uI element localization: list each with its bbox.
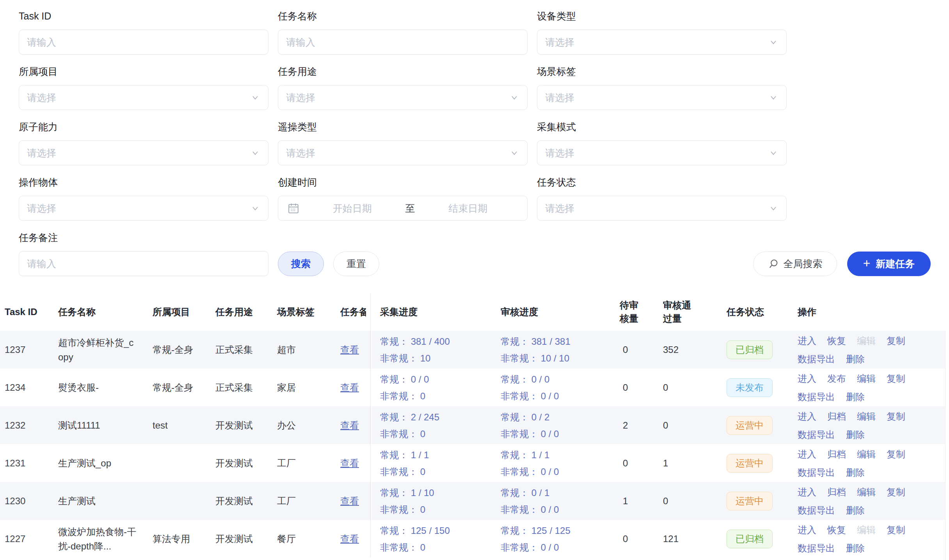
start-date-input[interactable]: 开始日期 xyxy=(302,202,402,215)
action-copy[interactable]: 复制 xyxy=(887,333,905,348)
task-id-input[interactable] xyxy=(19,30,268,55)
action-copy[interactable]: 复制 xyxy=(887,447,905,461)
create-task-button[interactable]: + 新建任务 xyxy=(847,252,931,276)
task-name-input[interactable] xyxy=(278,30,528,55)
action-edit[interactable]: 编辑 xyxy=(857,447,876,461)
filter-label-task-status: 任务状态 xyxy=(537,177,787,187)
project-select[interactable]: 请选择 xyxy=(19,85,268,110)
cell-collect-progress: 常规： 2 / 245非常规： 0 xyxy=(371,406,496,444)
cell-task-id: 1232 xyxy=(0,406,53,444)
search-button[interactable]: 搜索 xyxy=(278,252,324,276)
progress-regular-line: 常规： 2 / 245 xyxy=(380,410,439,424)
end-date-input[interactable]: 结束日期 xyxy=(418,202,518,215)
progress-regular-line: 常规： 381 / 400 xyxy=(380,334,450,349)
cell-collect-progress: 常规： 1 / 10非常规： 0 xyxy=(371,482,496,520)
cell-pending-count: 0 xyxy=(615,331,658,369)
action-restore[interactable]: 恢复 xyxy=(827,333,846,348)
cell-actions: 进入归档编辑复制数据导出删除 xyxy=(793,406,930,444)
create-time-range-picker[interactable]: 开始日期至结束日期 xyxy=(278,196,528,221)
table-header-row: Task ID任务名称所属项目任务用途场景标签任务备注采集进度审核进度待审核量审… xyxy=(0,293,949,331)
action-delete[interactable]: 删除 xyxy=(846,352,865,366)
cell-status: 运营中 xyxy=(722,482,793,520)
filter-field-task-id: Task ID xyxy=(19,11,268,55)
action-copy[interactable]: 复制 xyxy=(887,485,905,499)
cell-purpose: 开发测试 xyxy=(211,444,272,482)
action-enter[interactable]: 进入 xyxy=(798,485,816,499)
remark-view-link[interactable]: 查看 xyxy=(340,380,359,395)
filter-label-task-remark: 任务备注 xyxy=(19,232,268,243)
action-delete[interactable]: 删除 xyxy=(846,427,865,442)
action-export[interactable]: 数据导出 xyxy=(798,427,835,442)
action-edit[interactable]: 编辑 xyxy=(857,485,876,499)
operate-object-select[interactable]: 请选择 xyxy=(19,196,268,221)
remark-view-link[interactable]: 查看 xyxy=(340,342,359,357)
device-type-select[interactable]: 请选择 xyxy=(537,30,787,55)
action-restore[interactable]: 恢复 xyxy=(827,523,846,537)
vertical-scrollbar[interactable] xyxy=(945,331,949,560)
filter-grid: Task ID任务名称设备类型请选择所属项目请选择任务用途请选择场景标签请选择原… xyxy=(19,11,787,221)
progress-regular-line: 常规： 1 / 1 xyxy=(380,448,429,462)
action-delete[interactable]: 删除 xyxy=(846,541,865,555)
cell-review-progress: 常规： 0 / 1非常规： 0 / 0 xyxy=(496,482,615,520)
filter-field-scene-tag: 场景标签请选择 xyxy=(537,66,787,110)
action-export[interactable]: 数据导出 xyxy=(798,465,835,480)
action-enter[interactable]: 进入 xyxy=(798,447,816,461)
filter-field-atomic-ability: 原子能力请选择 xyxy=(19,122,268,165)
scene-tag-select[interactable]: 请选择 xyxy=(537,85,787,110)
action-export[interactable]: 数据导出 xyxy=(798,541,835,555)
progress-regular-line: 常规： 0 / 0 xyxy=(501,372,549,386)
task-id-text-input[interactable] xyxy=(27,37,260,48)
atomic-ability-select[interactable]: 请选择 xyxy=(19,140,268,165)
action-copy[interactable]: 复制 xyxy=(887,371,905,386)
action-export[interactable]: 数据导出 xyxy=(798,390,835,404)
filter-field-task-status: 任务状态请选择 xyxy=(537,177,787,221)
remark-view-link[interactable]: 查看 xyxy=(340,418,359,432)
cell-project xyxy=(148,482,211,520)
cell-project: 算法专用 xyxy=(148,520,211,558)
cell-purpose: 正式采集 xyxy=(211,369,272,406)
filter-field-task-remark: 任务备注 xyxy=(19,232,268,276)
teleop-type-select[interactable]: 请选择 xyxy=(278,140,528,165)
action-archive[interactable]: 归档 xyxy=(827,485,846,499)
filter-label-operate-object: 操作物体 xyxy=(19,177,268,187)
task-status-select[interactable]: 请选择 xyxy=(537,196,787,221)
task-remark-text-input[interactable] xyxy=(27,258,260,269)
action-edit[interactable]: 编辑 xyxy=(857,409,876,424)
action-export[interactable]: 数据导出 xyxy=(798,503,835,517)
filters-panel: Task ID任务名称设备类型请选择所属项目请选择任务用途请选择场景标签请选择原… xyxy=(0,0,949,276)
cell-scene: 餐厅 xyxy=(272,520,336,558)
remark-view-link[interactable]: 查看 xyxy=(340,494,359,508)
action-enter[interactable]: 进入 xyxy=(798,409,816,424)
action-delete[interactable]: 删除 xyxy=(846,390,865,404)
action-copy[interactable]: 复制 xyxy=(887,523,905,537)
action-publish[interactable]: 发布 xyxy=(827,371,846,386)
action-archive[interactable]: 归档 xyxy=(827,409,846,424)
cell-task-id: 1234 xyxy=(0,369,53,406)
collect-mode-select[interactable]: 请选择 xyxy=(537,140,787,165)
task-name-text-input[interactable] xyxy=(286,37,519,48)
cell-pending-count: 0 xyxy=(615,444,658,482)
progress-irregular-line: 非常规： 0 / 0 xyxy=(501,389,559,403)
action-enter[interactable]: 进入 xyxy=(798,333,816,348)
reset-button[interactable]: 重置 xyxy=(333,252,379,276)
filter-label-task-id: Task ID xyxy=(19,11,268,21)
action-delete[interactable]: 删除 xyxy=(846,465,865,480)
remark-view-link[interactable]: 查看 xyxy=(340,456,359,470)
action-export[interactable]: 数据导出 xyxy=(798,352,835,366)
action-enter[interactable]: 进入 xyxy=(798,523,816,537)
cell-remark: 查看 xyxy=(336,482,371,520)
remark-view-link[interactable]: 查看 xyxy=(340,532,359,546)
task-purpose-select[interactable]: 请选择 xyxy=(278,85,528,110)
cell-purpose: 开发测试 xyxy=(211,482,272,520)
action-enter[interactable]: 进入 xyxy=(798,371,816,386)
action-archive[interactable]: 归档 xyxy=(827,447,846,461)
task-remark-input[interactable] xyxy=(19,251,268,276)
global-search-button[interactable]: 全局搜索 xyxy=(753,252,837,276)
action-edit[interactable]: 编辑 xyxy=(857,371,876,386)
action-delete[interactable]: 删除 xyxy=(846,503,865,517)
cell-task-name: 生产测试_op xyxy=(53,444,148,482)
atomic-ability-placeholder: 请选择 xyxy=(27,147,250,159)
action-copy[interactable]: 复制 xyxy=(887,409,905,424)
chevron-down-icon xyxy=(250,203,260,213)
cell-project xyxy=(148,444,211,482)
